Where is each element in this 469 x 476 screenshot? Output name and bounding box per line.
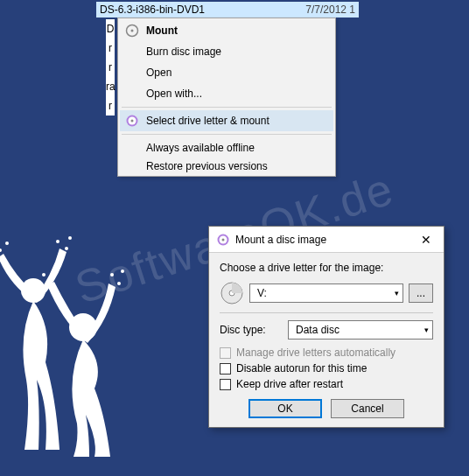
disc-type-combo[interactable]: Data disc ▾ — [288, 320, 433, 340]
svg-point-10 — [42, 273, 46, 276]
svg-point-2 — [0, 248, 2, 252]
svg-point-6 — [65, 247, 68, 250]
menu-separator — [122, 107, 332, 108]
svg-point-16 — [131, 120, 134, 122]
checkbox-manage — [220, 347, 231, 359]
mount-dialog: Mount a disc image ✕ Choose a drive lett… — [208, 226, 444, 428]
svg-point-1 — [69, 313, 97, 341]
dialog-title: Mount a disc image — [235, 234, 326, 246]
ok-button[interactable]: OK — [248, 399, 322, 418]
menu-item-mount[interactable]: Mount — [120, 20, 333, 41]
svg-point-0 — [21, 278, 46, 303]
svg-point-19 — [222, 238, 225, 241]
close-icon: ✕ — [421, 233, 431, 247]
svg-point-9 — [117, 282, 121, 285]
side-letters: D r r ra r — [106, 19, 115, 116]
svg-point-4 — [5, 242, 9, 245]
svg-point-5 — [56, 240, 60, 243]
disc-icon — [125, 24, 139, 38]
menu-item-open-with[interactable]: Open with... — [120, 83, 333, 104]
cancel-button[interactable]: Cancel — [331, 399, 404, 418]
checkbox-keep-label: Keep drive after restart — [236, 378, 343, 390]
chevron-down-icon: ▾ — [395, 289, 399, 298]
file-name: DS-6.3-i386-bin-DVD1 — [100, 4, 205, 16]
menu-item-offline[interactable]: Always available offline — [120, 137, 333, 158]
menu-separator — [122, 134, 332, 135]
menu-item-burn[interactable]: Burn disc image — [120, 41, 333, 62]
menu-item-restore[interactable]: Restore previous versions — [120, 158, 333, 174]
drive-letter-value: V: — [257, 287, 267, 299]
checkbox-autorun-label: Disable autorun for this time — [236, 362, 367, 374]
file-list-row[interactable]: DS-6.3-i386-bin-DVD1 7/7/2012 1 — [96, 2, 359, 18]
checkbox-manage-label: Manage drive letters automatically — [236, 346, 396, 359]
svg-point-13 — [131, 30, 134, 32]
chevron-down-icon: ▾ — [424, 326, 429, 334]
silhouette-figures — [0, 222, 140, 458]
dialog-titlebar: Mount a disc image ✕ — [209, 227, 444, 253]
close-button[interactable]: ✕ — [409, 227, 444, 253]
app-disc-icon — [216, 233, 230, 247]
checkbox-keep[interactable] — [220, 379, 231, 390]
menu-item-open[interactable]: Open — [120, 62, 333, 83]
disc-type-value: Data disc — [296, 324, 340, 336]
choose-drive-label: Choose a drive letter for the image: — [220, 262, 433, 274]
browse-button[interactable]: ... — [409, 284, 433, 303]
app-disc-icon — [125, 114, 139, 128]
svg-point-11 — [121, 270, 124, 273]
menu-item-select-mount[interactable]: Select drive letter & mount — [120, 110, 333, 131]
svg-point-8 — [110, 273, 114, 276]
checkbox-autorun[interactable] — [220, 363, 231, 374]
context-menu: Mount Burn disc image Open Open with... … — [117, 18, 336, 177]
drive-letter-combo[interactable]: V: ▾ — [249, 284, 403, 303]
disc-large-icon — [220, 281, 244, 305]
disc-type-label: Disc type: — [220, 324, 283, 336]
svg-point-7 — [68, 236, 72, 240]
file-date: 7/7/2012 1 — [305, 4, 355, 16]
divider — [220, 312, 433, 313]
